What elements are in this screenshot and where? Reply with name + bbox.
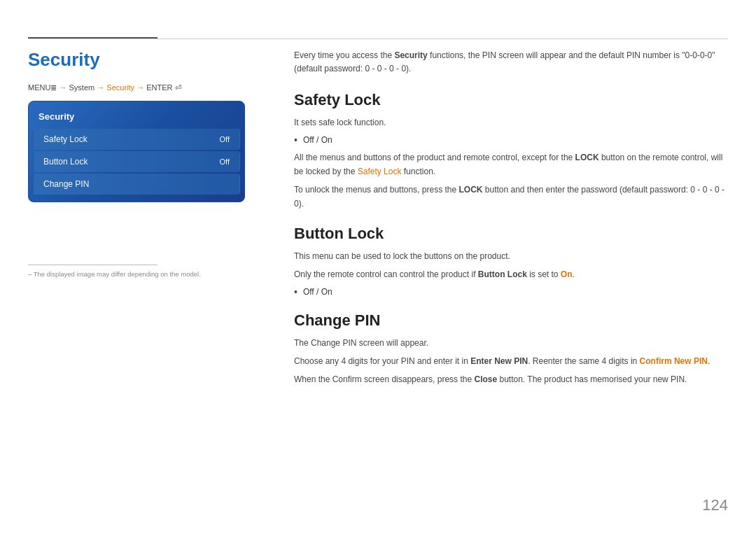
button-lock-label: Button Lock <box>43 157 88 167</box>
page-number: 124 <box>702 496 728 514</box>
right-panel: Every time you access the Security funct… <box>294 42 728 400</box>
close-bold: Close <box>474 374 497 384</box>
button-lock-section: Button Lock This menu can be used to loc… <box>294 225 728 297</box>
change-pin-body1: The Change PIN screen will appear. <box>294 337 728 351</box>
disclaimer-line <box>28 265 158 265</box>
button-lock-value: Off <box>220 157 230 166</box>
menu-icon: ≣ <box>50 83 57 92</box>
change-pin-body2: Choose any 4 digits for your PIN and ent… <box>294 355 728 369</box>
safety-lock-bullet: Off / On <box>294 134 728 146</box>
arrow2: → <box>97 83 106 92</box>
lock-bold2: LOCK <box>458 185 482 195</box>
button-lock-on: On <box>561 269 573 279</box>
change-pin-title: Change PIN <box>294 311 728 330</box>
safety-lock-section: Safety Lock It sets safe lock function. … <box>294 91 728 211</box>
top-border <box>28 38 728 39</box>
menu-item1: System <box>69 83 95 92</box>
menu-item-change-pin[interactable]: Change PIN <box>33 174 240 195</box>
safety-lock-body3: To unlock the menus and buttons, press t… <box>294 183 728 211</box>
change-pin-section: Change PIN The Change PIN screen will ap… <box>294 311 728 386</box>
safety-lock-value: Off <box>220 135 230 143</box>
page-title: Security <box>28 49 245 71</box>
menu-prefix: MENU <box>28 83 50 92</box>
button-lock-bullet: Off / On <box>294 286 728 297</box>
safety-lock-body2: All the menus and buttons of the product… <box>294 151 728 179</box>
menu-enter: ENTER ⏎ <box>146 83 181 92</box>
safety-lock-title: Safety Lock <box>294 91 728 109</box>
intro-bold: Security <box>394 50 427 60</box>
menu-item2: Security <box>106 83 134 92</box>
left-panel: Security MENU≣ → System → Security → ENT… <box>28 42 245 202</box>
button-lock-body2: Only the remote control can control the … <box>294 268 728 282</box>
enter-new-pin-bold: Enter New PIN <box>470 356 528 366</box>
safety-lock-link: Safety Lock <box>358 167 402 176</box>
safety-lock-bullet-text: Off / On <box>303 135 332 145</box>
button-lock-title: Button Lock <box>294 225 728 243</box>
menu-item-button-lock[interactable]: Button Lock Off <box>33 151 240 172</box>
button-lock-bullet-text: Off / On <box>303 287 332 297</box>
safety-lock-label: Safety Lock <box>43 134 88 144</box>
security-menu-title: Security <box>29 107 244 127</box>
change-pin-label: Change PIN <box>43 179 89 189</box>
intro-text: Every time you access the Security funct… <box>294 49 728 76</box>
safety-lock-body1: It sets safe lock function. <box>294 116 728 130</box>
security-menu: Security Safety Lock Off Button Lock Off… <box>28 101 245 202</box>
disclaimer-text: – The displayed image may differ dependi… <box>28 270 201 278</box>
button-lock-bold: Button Lock <box>478 269 527 279</box>
arrow1: → <box>59 83 69 92</box>
menu-item-safety-lock[interactable]: Safety Lock Off <box>33 129 240 150</box>
menu-path: MENU≣ → System → Security → ENTER ⏎ <box>28 83 245 92</box>
confirm-new-pin-orange: Confirm New PIN <box>640 356 708 366</box>
lock-bold: LOCK <box>575 153 599 162</box>
arrow3: → <box>136 83 146 92</box>
button-lock-body1: This menu can be used to lock the button… <box>294 250 728 264</box>
change-pin-body3: When the Confirm screen disappears, pres… <box>294 373 728 387</box>
